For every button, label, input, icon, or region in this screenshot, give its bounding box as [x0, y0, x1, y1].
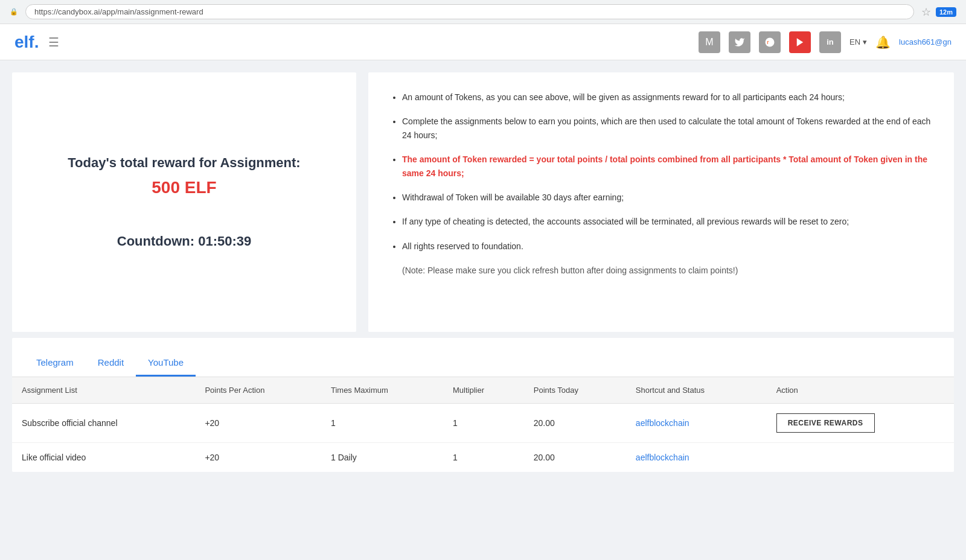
svg-point-0: [766, 37, 775, 46]
info-item-6: All rights reserved to foundation.: [402, 240, 932, 253]
assignment-name: Subscribe official channel: [12, 404, 195, 443]
svg-text:r: r: [767, 39, 769, 45]
action-cell: RECEIVE REWARDS: [767, 404, 954, 443]
points-today: 20.00: [524, 443, 626, 472]
shortcut-link-cell: aelfblockchain: [626, 443, 767, 472]
table-header-row: Assignment List Points Per Action Times …: [12, 377, 954, 404]
col-points-today: Points Today: [524, 377, 626, 404]
col-action: Action: [767, 377, 954, 404]
info-list: An amount of Tokens, as you can see abov…: [390, 91, 932, 253]
info-item-2: Complete the assignments below to earn y…: [402, 115, 932, 142]
tab-telegram[interactable]: Telegram: [24, 350, 86, 377]
browser-actions: ☆ 12m: [921, 5, 956, 19]
reward-amount: 500 ELF: [152, 178, 216, 197]
navbar: elf. ☰ M r in EN ▾ 🔔 lucash661@gn: [0, 24, 966, 60]
twitter-social-icon[interactable]: [729, 31, 750, 53]
col-assignment-list: Assignment List: [12, 377, 195, 404]
times-maximum: 1 Daily: [321, 443, 443, 472]
info-panel: An amount of Tokens, as you can see abov…: [368, 72, 954, 332]
table-row: Subscribe official channel +20 1 1 20.00…: [12, 404, 954, 443]
top-section: Today's total reward for Assignment: 500…: [0, 60, 966, 338]
hamburger-icon[interactable]: ☰: [48, 35, 59, 49]
notification-bell-icon[interactable]: 🔔: [875, 35, 891, 49]
url-text: https://candybox.ai/app/main/assignment-…: [34, 7, 203, 16]
multiplier: 1: [443, 404, 524, 443]
shortcut-link-cell: aelfblockchain: [626, 404, 767, 443]
assignment-name: Like official video: [12, 443, 195, 472]
receive-rewards-button[interactable]: RECEIVE REWARDS: [776, 413, 875, 433]
points-today: 20.00: [524, 404, 626, 443]
browser-url-bar[interactable]: https://candybox.ai/app/main/assignment-…: [25, 4, 914, 19]
chevron-down-icon: ▾: [863, 37, 867, 46]
table-row: Like official video +20 1 Daily 1 20.00 …: [12, 443, 954, 472]
times-maximum: 1: [321, 404, 443, 443]
svg-marker-2: [797, 38, 804, 46]
info-item-3: The amount of Token rewarded = your tota…: [402, 153, 932, 180]
highlight-text: The amount of Token rewarded = your tota…: [402, 154, 927, 177]
col-shortcut-status: Shortcut and Status: [626, 377, 767, 404]
shortcut-link[interactable]: aelfblockchain: [636, 453, 689, 462]
youtube-social-icon[interactable]: [789, 31, 811, 53]
assignment-section: Telegram Reddit YouTube Assignment List …: [12, 338, 954, 472]
countdown-label: Countdown: 01:50:39: [117, 234, 251, 249]
medium-social-icon[interactable]: M: [699, 31, 720, 53]
tab-youtube[interactable]: YouTube: [136, 350, 196, 377]
col-times-maximum: Times Maximum: [321, 377, 443, 404]
info-item-1: An amount of Tokens, as you can see abov…: [402, 91, 932, 104]
assignment-table: Assignment List Points Per Action Times …: [12, 377, 954, 472]
navbar-right: M r in EN ▾ 🔔 lucash661@gn: [699, 31, 952, 53]
tab-reddit[interactable]: Reddit: [86, 350, 136, 377]
main-content: Today's total reward for Assignment: 500…: [0, 60, 966, 472]
shortcut-link[interactable]: aelfblockchain: [636, 418, 689, 428]
points-per-action: +20: [195, 443, 321, 472]
browser-bar: 🔒 https://candybox.ai/app/main/assignmen…: [0, 0, 966, 24]
reddit-social-icon[interactable]: r: [759, 31, 781, 53]
info-note: (Note: Please make sure you click refres…: [390, 264, 932, 277]
col-multiplier: Multiplier: [443, 377, 524, 404]
multiplier: 1: [443, 443, 524, 472]
col-points-per-action: Points Per Action: [195, 377, 321, 404]
tabs-container: Telegram Reddit YouTube: [12, 350, 954, 377]
language-selector[interactable]: EN ▾: [849, 37, 867, 46]
info-item-4: Withdrawal of Token will be available 30…: [402, 191, 932, 204]
linkedin-social-icon[interactable]: in: [819, 31, 841, 53]
logo[interactable]: elf.: [14, 33, 39, 52]
lock-icon: 🔒: [10, 8, 18, 16]
action-cell-empty: [767, 443, 954, 472]
points-per-action: +20: [195, 404, 321, 443]
bookmark-icon[interactable]: ☆: [921, 5, 931, 19]
reward-card: Today's total reward for Assignment: 500…: [12, 72, 356, 332]
extension-badge: 12m: [936, 7, 956, 17]
reward-title: Today's total reward for Assignment:: [68, 155, 300, 171]
navbar-left: elf. ☰: [14, 33, 59, 52]
user-account-label[interactable]: lucash661@gn: [899, 37, 952, 46]
info-item-5: If any type of cheating is detected, the…: [402, 215, 932, 228]
